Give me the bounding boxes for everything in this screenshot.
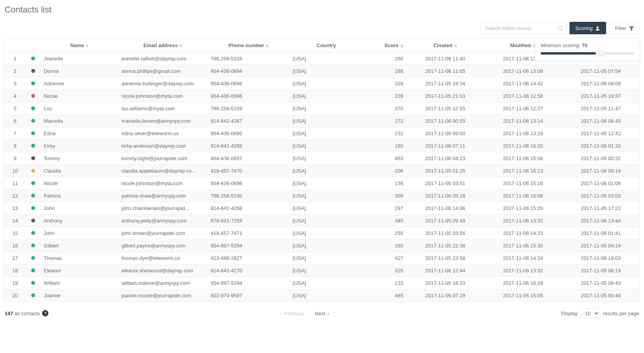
row-phone: 814-642-4268 <box>208 202 290 215</box>
row-name: Joanne <box>41 289 118 302</box>
table-row[interactable]: 7Ednaedna.oliver@teleworm.us904-436-0695… <box>4 127 640 140</box>
row-status <box>26 90 41 102</box>
row-name: Anthony <box>41 215 118 227</box>
table-row[interactable]: 11Nicolenicole.johnston@rhyta.com904-436… <box>4 177 640 190</box>
row-modified: 2017-11-06 15:16 <box>484 177 562 190</box>
status-dot-icon <box>31 293 35 297</box>
row-country: [USA] <box>290 190 363 202</box>
table-row[interactable]: 17Thomasthomas.dye@teleworm.us423-488-26… <box>4 252 640 265</box>
row-accessed: 2017-11-05 19:37 <box>562 90 640 102</box>
table-row[interactable]: 10Claudiaclaudia.applebaum@dayrep.co...4… <box>4 165 640 177</box>
col-phone[interactable]: Phone number⇅ <box>208 39 290 53</box>
scoring-button-label: Scoring <box>575 25 593 31</box>
table-row[interactable]: 12Patriciapatricia.shaw@armyspy.com786-2… <box>4 190 640 202</box>
row-score: 272 <box>363 115 406 127</box>
search-box[interactable] <box>481 22 566 34</box>
row-modified: 2017-11-06 15:30 <box>484 240 562 252</box>
row-index: 17 <box>4 252 26 265</box>
search-input[interactable] <box>485 25 557 31</box>
row-created: 2017-11-06 05:16 <box>406 190 484 202</box>
row-phone: 904-436-0697 <box>208 152 290 165</box>
row-modified: 2017-11-06 13:14 <box>484 115 562 127</box>
table-row[interactable]: 2Donnadonna.phillips@gmail.com904-436-06… <box>4 65 640 78</box>
table-row[interactable]: 9Tommytommy.hight@jourrapide.com904-436-… <box>4 152 640 165</box>
row-name: Patricia <box>41 190 118 202</box>
row-status <box>26 177 41 190</box>
table-row[interactable]: 6Marcellamarcella.brown@armyspy.com814-6… <box>4 115 640 127</box>
row-country: [USA] <box>290 53 363 65</box>
row-email: john.chamberlain@jourrapid... <box>118 202 208 215</box>
row-accessed: 2017-11-06 13:44 <box>562 215 640 227</box>
scoring-slider[interactable] <box>541 52 634 55</box>
row-phone: 904-436-0696 <box>208 177 290 190</box>
row-index: 9 <box>4 152 26 165</box>
help-icon[interactable]: ? <box>42 310 48 316</box>
table-row[interactable]: 13Johnjohn.chamberlain@jourrapid...814-6… <box>4 202 640 215</box>
table-row[interactable]: 5Loulou.williams@rhyta.com786-258-5329[U… <box>4 102 640 115</box>
user-icon <box>595 25 600 31</box>
row-modified: 2017-11-06 16:18 <box>484 277 562 289</box>
col-score[interactable]: Score⇅ <box>363 39 406 53</box>
row-modified: 2017-11-06 12:27 <box>484 102 562 115</box>
table-row[interactable]: 20Joannejoanne.moore@jourrapide.com802-8… <box>4 289 640 302</box>
search-icon[interactable] <box>557 25 563 31</box>
row-phone: 904-436-0696 <box>208 90 290 102</box>
row-accessed: 2017-11-06 01:41 <box>562 227 640 240</box>
slider-handle[interactable] <box>596 51 603 56</box>
footer-display: Display 10 results per page <box>561 308 639 318</box>
row-name: John <box>41 202 118 215</box>
status-dot-icon <box>31 69 35 73</box>
row-score: 255 <box>363 227 406 240</box>
table-row[interactable]: 19Williamwilliam.malone@armyspy.com954-8… <box>4 277 640 289</box>
row-country: [USA] <box>290 127 363 140</box>
row-country: [USA] <box>290 102 363 115</box>
table-row[interactable]: 16Gilbertgilbert.payne@armyspy.com954-89… <box>4 240 640 252</box>
table-row[interactable]: 8Kirbykirby.anderson@dayrep.com814-642-4… <box>4 140 640 152</box>
row-email: edna.oliver@teleworm.us <box>118 127 208 140</box>
table-footer: 147 all contacts ? ‹ Previous Next › Dis… <box>4 307 640 319</box>
filter-button[interactable]: Filter <box>609 22 640 34</box>
col-email[interactable]: Email address⇅ <box>118 39 208 53</box>
row-index: 16 <box>4 240 26 252</box>
row-name: Gilbert <box>41 240 118 252</box>
row-email: gilbert.payne@armyspy.com <box>118 240 208 252</box>
row-status <box>26 152 41 165</box>
sort-icon: ⇅ <box>179 44 183 48</box>
toolbar: Scoring Filter Minimum scoring: 70 <box>4 22 640 34</box>
per-page-select[interactable]: 10 <box>581 308 600 318</box>
scoring-button[interactable]: Scoring <box>569 22 606 34</box>
row-country: [USA] <box>290 177 363 190</box>
status-dot-icon <box>31 144 35 148</box>
row-name: Thomas <box>41 252 118 265</box>
next-link[interactable]: Next › <box>315 311 329 316</box>
table-row[interactable]: 18Eleanoreleanor.sherwood@dayrep.com814-… <box>4 265 640 277</box>
table-row[interactable]: 15Johnjohn.brown@jourrapide.com419-457-7… <box>4 227 640 240</box>
row-status <box>26 65 41 78</box>
row-created: 2017-11-06 12:44 <box>406 265 484 277</box>
row-country: [USA] <box>290 215 363 227</box>
col-name[interactable]: Name⇅ <box>41 39 118 53</box>
row-modified: 2017-11-06 16:15 <box>484 140 562 152</box>
scoring-popover-label: Minimum scoring: 70 <box>541 42 634 48</box>
row-score: 228 <box>363 90 406 102</box>
row-score: 328 <box>363 78 406 90</box>
row-phone: 904-436-0694 <box>208 65 290 78</box>
page-title: Contacts list <box>5 5 640 15</box>
row-country: [USA] <box>290 90 363 102</box>
table-row[interactable]: 14Anthonyanthony.petty@armyspy.com678-94… <box>4 215 640 227</box>
row-score: 453 <box>363 152 406 165</box>
table-row[interactable]: 4Nicolenicole.johnston@rhyta.com904-436-… <box>4 90 640 102</box>
table-row[interactable]: 3Adrienneadrienne.hottinger@dayrep.com90… <box>4 78 640 90</box>
row-score: 465 <box>363 289 406 302</box>
row-created: 2017-11-05 21:03 <box>406 90 484 102</box>
row-email: patricia.shaw@armyspy.com <box>118 190 208 202</box>
status-dot-icon <box>31 181 35 185</box>
row-created: 2017-11-05 03:56 <box>406 227 484 240</box>
prev-link[interactable]: ‹ Previous <box>280 311 304 316</box>
row-modified: 2017-11-06 16:08 <box>484 190 562 202</box>
col-created[interactable]: Created⇅ <box>406 39 484 53</box>
slider-track[interactable] <box>541 52 634 55</box>
filter-icon <box>629 25 634 31</box>
row-index: 12 <box>4 190 26 202</box>
row-score: 280 <box>363 53 406 65</box>
